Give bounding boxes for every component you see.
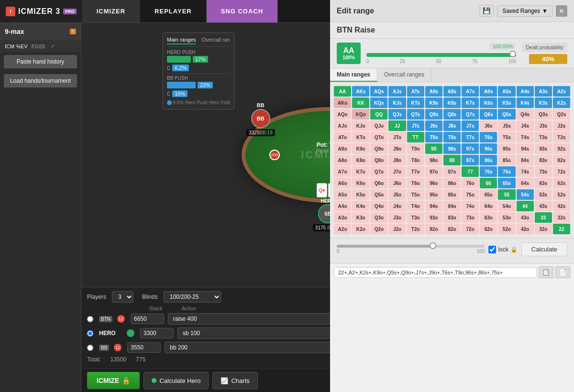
paste-range-button[interactable]: 📄 <box>555 266 570 278</box>
hand-cell-kqo[interactable]: KQo <box>352 109 369 120</box>
hand-cell-j8o[interactable]: J8o <box>388 155 406 165</box>
hand-cell-86o[interactable]: 86o <box>443 178 461 188</box>
hand-cell-84o[interactable]: 84o <box>443 201 461 211</box>
hand-cell-j8s[interactable]: J8s <box>443 120 461 131</box>
hand-cell-42s[interactable]: 42s <box>553 201 570 211</box>
hand-cell-76s[interactable]: 76s <box>480 166 497 177</box>
hand-cell-t4s[interactable]: T4s <box>517 132 534 142</box>
hand-cell-63s[interactable]: 63s <box>535 178 552 188</box>
hero-stack-input[interactable] <box>140 328 174 338</box>
hand-cell-t3o[interactable]: T3o <box>407 212 424 223</box>
hand-cell-q3s[interactable]: Q3s <box>535 109 552 120</box>
hand-cell-65s[interactable]: 65s <box>498 178 515 188</box>
hand-cell-k5o[interactable]: K5o <box>352 189 369 200</box>
hand-cell-k6o[interactable]: K6o <box>352 178 369 188</box>
btn-stack-input[interactable] <box>131 314 164 324</box>
hand-cell-a8o[interactable]: A8o <box>334 155 351 165</box>
hand-cell-q9o[interactable]: Q9o <box>370 143 387 154</box>
hand-cell-85o[interactable]: 85o <box>443 189 461 200</box>
hand-cell-64s[interactable]: 64s <box>517 178 534 188</box>
hand-cell-q2s[interactable]: Q2s <box>553 109 570 120</box>
hand-cell-qto[interactable]: QTo <box>370 132 387 142</box>
saved-ranges-button[interactable]: Saved Ranges ▼ <box>497 5 553 17</box>
hand-cell-j9o[interactable]: J9o <box>388 143 406 154</box>
hand-cell-j5o[interactable]: J5o <box>388 189 406 200</box>
hand-cell-96o[interactable]: 96o <box>425 178 442 188</box>
hand-cell-a8s[interactable]: A8s <box>443 86 461 97</box>
hand-cell-a2o[interactable]: A2o <box>334 224 351 234</box>
hand-cell-k7o[interactable]: K7o <box>352 166 369 177</box>
hand-cell-95o[interactable]: 95o <box>425 189 442 200</box>
bb-radio[interactable] <box>87 345 93 351</box>
hand-cell-t9o[interactable]: T9o <box>407 143 424 154</box>
hand-cell-t6o[interactable]: T6o <box>407 178 424 188</box>
hand-cell-t5s[interactable]: T5s <box>498 132 515 142</box>
hand-cell-85s[interactable]: 85s <box>498 155 515 165</box>
hand-cell-a5o[interactable]: A5o <box>334 189 351 200</box>
hand-cell-42o[interactable]: 42o <box>517 224 534 234</box>
hand-cell-76o[interactable]: 76o <box>462 178 479 188</box>
hand-cell-k8s[interactable]: K8s <box>443 98 461 108</box>
hand-cell-kjo[interactable]: KJo <box>352 120 369 131</box>
hand-cell-k8o[interactable]: K8o <box>352 155 369 165</box>
tab-overcall-ranges[interactable]: Overcall ranges <box>377 68 431 82</box>
hand-cell-ats[interactable]: ATs <box>407 86 424 97</box>
close-panel-button[interactable]: ✕ <box>556 5 567 17</box>
hand-cell-j4o[interactable]: J4o <box>388 201 406 211</box>
hand-cell-k7s[interactable]: K7s <box>462 98 479 108</box>
hand-cell-k6s[interactable]: K6s <box>480 98 497 108</box>
hand-cell-jto[interactable]: JTo <box>388 132 406 142</box>
hand-cell-t9s[interactable]: T9s <box>425 132 442 142</box>
nav-tab-replayer[interactable]: REPLAYER <box>140 0 207 22</box>
hand-cell-a9o[interactable]: A9o <box>334 143 351 154</box>
hand-cell-q5s[interactable]: Q5s <box>498 109 515 120</box>
hand-cell-a3o[interactable]: A3o <box>334 212 351 223</box>
hand-cell-98s[interactable]: 98s <box>443 143 461 154</box>
hand-cell-t4o[interactable]: T4o <box>407 201 424 211</box>
hand-cell-kk[interactable]: KK <box>352 98 369 108</box>
hand-cell-t7o[interactable]: T7o <box>407 166 424 177</box>
hand-cell-q7s[interactable]: Q7s <box>462 109 479 120</box>
hand-cell-88[interactable]: 88 <box>443 155 461 165</box>
mini-tab-overcall[interactable]: Overcall ran <box>202 37 230 44</box>
hand-cell-54s[interactable]: 54s <box>517 189 534 200</box>
copy-range-button[interactable]: 📋 <box>539 266 553 278</box>
hand-cell-63o[interactable]: 63o <box>480 212 497 223</box>
hand-cell-kts[interactable]: KTs <box>407 98 424 108</box>
hand-cell-t2s[interactable]: T2s <box>553 132 570 142</box>
hand-cell-k4s[interactable]: K4s <box>517 98 534 108</box>
hand-cell-q8o[interactable]: Q8o <box>370 155 387 165</box>
paste-hand-history-button[interactable]: Paste hand history <box>4 55 77 68</box>
hand-cell-96s[interactable]: 96s <box>480 143 497 154</box>
hand-cell-75s[interactable]: 75s <box>498 166 515 177</box>
hand-cell-43s[interactable]: 43s <box>535 201 552 211</box>
hand-cell-44[interactable]: 44 <box>517 201 534 211</box>
players-select[interactable]: 3 4 6 9 <box>112 291 133 303</box>
lock-checkbox[interactable] <box>488 246 496 253</box>
hand-cell-32s[interactable]: 32s <box>553 212 570 223</box>
hand-cell-j6o[interactable]: J6o <box>388 178 406 188</box>
hand-cell-92o[interactable]: 92o <box>425 224 442 234</box>
hand-cell-95s[interactable]: 95s <box>498 143 515 154</box>
hand-cell-j3s[interactable]: J3s <box>535 120 552 131</box>
hand-cell-t6s[interactable]: T6s <box>480 132 497 142</box>
hand-cell-q4s[interactable]: Q4s <box>517 109 534 120</box>
hand-cell-j3o[interactable]: J3o <box>388 212 406 223</box>
hand-cell-72o[interactable]: 72o <box>462 224 479 234</box>
hand-cell-q7o[interactable]: Q7o <box>370 166 387 177</box>
hand-cell-k5s[interactable]: K5s <box>498 98 515 108</box>
hand-cell-k9o[interactable]: K9o <box>352 143 369 154</box>
hand-cell-qq[interactable]: QQ <box>370 109 387 120</box>
calculate-hero-button[interactable]: Calculate Hero <box>144 372 209 389</box>
hand-cell-87s[interactable]: 87s <box>462 155 479 165</box>
hand-cell-66[interactable]: 66 <box>480 178 497 188</box>
hand-cell-j7s[interactable]: J7s <box>462 120 479 131</box>
hand-cell-97o[interactable]: 97o <box>425 166 442 177</box>
hand-cell-j2o[interactable]: J2o <box>388 224 406 234</box>
hand-cell-qts[interactable]: QTs <box>407 109 424 120</box>
hand-cell-62o[interactable]: 62o <box>480 224 497 234</box>
hand-cell-73s[interactable]: 73s <box>535 166 552 177</box>
tab-main-ranges[interactable]: Main ranges <box>330 68 377 82</box>
hand-cell-52s[interactable]: 52s <box>553 189 570 200</box>
hand-cell-q2o[interactable]: Q2o <box>370 224 387 234</box>
